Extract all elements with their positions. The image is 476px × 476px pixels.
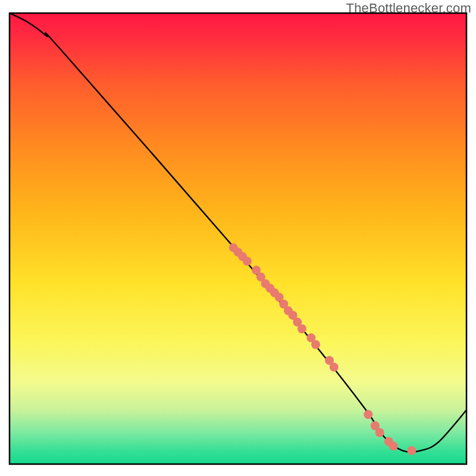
scatter-point [407,446,416,455]
scatter-point [375,428,384,437]
scatter-point [330,363,339,372]
chart-svg [0,0,476,476]
scatter-point [298,324,306,333]
scatter-point [389,441,398,450]
chart-stage: TheBottlenecker.com [0,0,476,476]
scatter-point [364,410,372,419]
plot-area [10,13,466,464]
gradient-background [10,13,466,464]
watermark-text: TheBottlenecker.com [346,1,471,16]
scatter-point [243,256,252,265]
scatter-point [311,340,320,349]
